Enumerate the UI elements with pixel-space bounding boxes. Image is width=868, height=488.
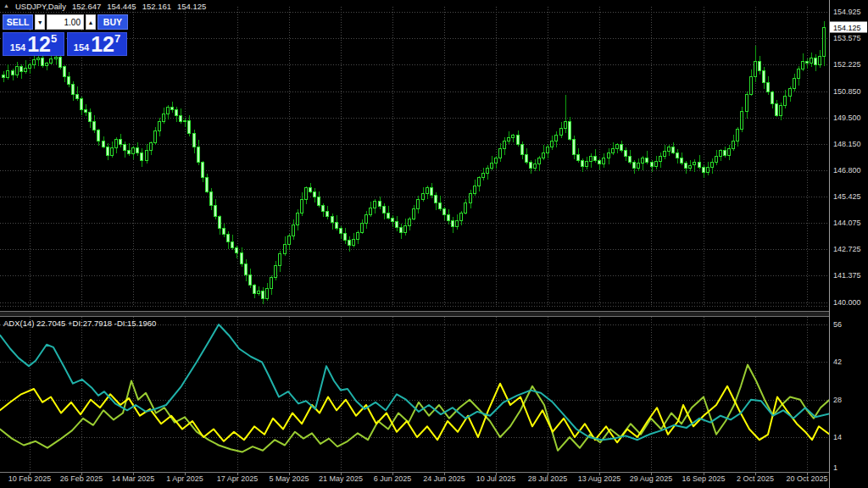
candle-body xyxy=(499,148,502,158)
candle-body xyxy=(491,164,493,169)
candle-body xyxy=(780,106,782,115)
candle-body xyxy=(482,173,485,178)
sell-price-point: 5 xyxy=(51,34,57,44)
candle-body xyxy=(81,99,83,110)
candle-body xyxy=(728,148,731,155)
volume-increase-button[interactable]: ▲ xyxy=(86,14,96,30)
buy-price-panel[interactable]: 154127 xyxy=(67,32,127,56)
candle-body xyxy=(107,147,109,155)
candle-body xyxy=(322,205,325,211)
candle-body xyxy=(750,76,753,94)
candle-body xyxy=(616,145,619,149)
candle-body xyxy=(331,217,334,223)
candle-body xyxy=(651,163,654,167)
candle-body xyxy=(326,211,329,217)
candle-body xyxy=(693,163,696,165)
candle-body xyxy=(577,154,580,160)
candle-body xyxy=(344,233,347,240)
candle-body xyxy=(284,244,287,254)
candle-body xyxy=(136,147,139,152)
minus_di-line xyxy=(0,384,829,443)
volume-input[interactable] xyxy=(47,14,84,30)
candle-body xyxy=(439,203,442,209)
candle-body xyxy=(76,94,79,99)
candle-body xyxy=(89,113,92,121)
date-axis-label: 26 Feb 2025 xyxy=(52,474,111,483)
candle-body xyxy=(608,152,610,158)
candle-body xyxy=(598,160,601,164)
candle-body xyxy=(59,57,62,67)
candle-body xyxy=(798,69,800,79)
mt4-terminal-window: ▲ USDJPY,Daily 152.647 154.445 152.161 1… xyxy=(0,0,868,488)
candle-body xyxy=(348,241,351,246)
candle-body xyxy=(93,121,96,130)
candle-body xyxy=(642,158,644,164)
candle-body xyxy=(379,202,381,207)
sell-button[interactable]: SELL xyxy=(3,14,33,30)
candle-body xyxy=(689,165,692,168)
candle-body xyxy=(188,120,191,133)
date-axis-label: 29 Aug 2025 xyxy=(621,474,681,483)
candle-body xyxy=(474,186,476,193)
candle-body xyxy=(50,59,53,64)
chart-canvas[interactable] xyxy=(0,0,868,488)
candle-body xyxy=(512,135,515,137)
volume-decrease-button[interactable]: ▼ xyxy=(35,14,45,30)
candle-body xyxy=(460,213,463,220)
candle-body xyxy=(413,209,415,219)
sell-price-panel[interactable]: 154125 xyxy=(3,32,64,56)
candle-body xyxy=(521,145,524,155)
candle-body xyxy=(629,157,632,163)
candle-body xyxy=(184,120,186,121)
candle-body xyxy=(819,56,821,64)
date-axis-label: 14 Mar 2025 xyxy=(103,474,163,483)
adx-line xyxy=(0,324,829,440)
candle-body xyxy=(470,193,472,203)
price-axis-label: 154.925 xyxy=(833,8,861,16)
price-axis-label: 141.375 xyxy=(833,271,861,280)
candle-body xyxy=(637,164,640,169)
candle-body xyxy=(789,88,792,96)
candle-body xyxy=(815,58,817,65)
candle-body xyxy=(586,161,588,166)
candle-body xyxy=(431,187,433,195)
candle-body xyxy=(659,157,662,162)
candle-body xyxy=(823,27,826,56)
candle-body xyxy=(793,79,796,89)
date-axis-label: 17 Apr 2025 xyxy=(208,474,267,483)
candle-body xyxy=(258,291,260,293)
candle-body xyxy=(128,151,131,153)
candle-body xyxy=(97,130,100,141)
candle-body xyxy=(435,196,437,203)
candle-body xyxy=(573,139,576,154)
candle-body xyxy=(72,85,75,95)
candle-body xyxy=(664,152,666,157)
ohlc-low: 152.161 xyxy=(142,2,171,11)
buy-price-base: 154 xyxy=(74,42,89,54)
candle-body xyxy=(703,167,705,172)
pane-divider[interactable] xyxy=(0,311,829,317)
candle-body xyxy=(370,208,372,215)
candle-body xyxy=(85,110,87,113)
buy-price-pips: 12 xyxy=(91,34,114,54)
ohlc-high: 154.445 xyxy=(107,2,136,11)
price-axis-label: 153.575 xyxy=(833,34,861,42)
candle-body xyxy=(565,121,567,128)
candles-group xyxy=(3,21,826,304)
candle-body xyxy=(245,263,248,275)
candle-body xyxy=(202,163,204,178)
candle-body xyxy=(68,76,70,84)
candle-body xyxy=(409,219,411,225)
candle-body xyxy=(159,121,161,131)
candle-body xyxy=(55,57,58,59)
buy-button[interactable]: BUY xyxy=(97,14,128,30)
candle-body xyxy=(132,147,135,153)
candle-body xyxy=(581,160,584,166)
candle-body xyxy=(25,68,27,72)
candle-body xyxy=(305,187,308,199)
candle-body xyxy=(741,112,743,130)
candle-body xyxy=(767,82,770,92)
one-click-trading-widget: SELL ▼ ▲ BUY 154125 154127 xyxy=(3,14,128,56)
candle-body xyxy=(547,147,549,152)
candle-body xyxy=(12,71,14,75)
